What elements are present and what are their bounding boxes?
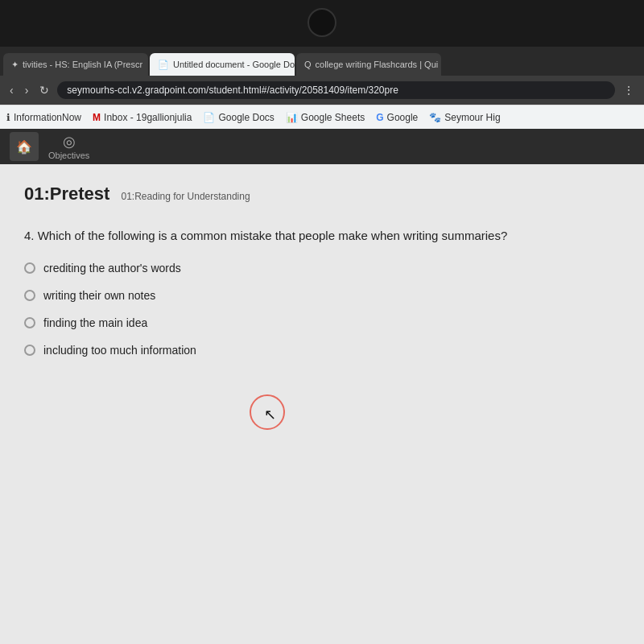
bookmark-icon-2: M — [93, 112, 101, 123]
answer-text-3: finding the main idea — [43, 316, 147, 329]
home-button[interactable]: 🏠 — [10, 132, 39, 161]
answer-text-1: crediting the author's words — [43, 262, 181, 275]
tab-label-3: college writing Flashcards | Qui — [316, 60, 439, 69]
page-content: 🏠 ◎ Objectives 01:Pretest 01:Reading for… — [0, 129, 644, 644]
bookmark-label-1: InformationNow — [14, 112, 81, 123]
objectives-icon: ◎ — [63, 133, 76, 151]
refresh-button[interactable]: ↻ — [36, 82, 52, 98]
bookmark-google-docs[interactable]: 📄 Google Docs — [203, 112, 274, 123]
tab-activities[interactable]: ✦ tivities - HS: English IA (Prescr ✕ — [3, 53, 148, 76]
home-icon: 🏠 — [16, 139, 32, 155]
bookmark-informationnow[interactable]: ℹ InformationNow — [6, 112, 81, 123]
radio-3[interactable] — [24, 317, 35, 328]
bookmark-icon-6: 🐾 — [429, 112, 441, 123]
question-text: 4. Which of the following is a common mi… — [24, 227, 620, 246]
answer-text-4: including too much information — [43, 344, 196, 357]
radio-2[interactable] — [24, 290, 35, 301]
tab-favicon-1: ✦ — [11, 60, 19, 70]
bookmark-label-3: Google Docs — [218, 112, 274, 123]
radio-1[interactable] — [24, 262, 35, 274]
objectives-button[interactable]: ◎ Objectives — [48, 133, 89, 160]
quiz-area: 01:Pretest 01:Reading for Understanding … — [0, 164, 644, 644]
tab-favicon-2: 📄 — [158, 60, 169, 70]
tab-label-1: tivities - HS: English IA (Prescr — [23, 60, 142, 69]
bookmark-icon-5: G — [376, 112, 383, 123]
bookmark-inbox[interactable]: M Inbox - 19gallionjulia — [93, 112, 192, 123]
browser-chrome: ✦ tivities - HS: English IA (Prescr ✕ 📄 … — [0, 47, 644, 129]
forward-button[interactable]: › — [22, 82, 32, 98]
address-input[interactable] — [57, 81, 615, 99]
answer-option-1[interactable]: crediting the author's words — [24, 262, 620, 275]
pretest-subtitle: 01:Reading for Understanding — [122, 191, 250, 202]
pretest-title-text: 01:Pretest — [24, 184, 109, 204]
camera-lens — [308, 8, 336, 37]
bookmark-google[interactable]: G Google — [376, 112, 418, 123]
back-button[interactable]: ‹ — [6, 82, 17, 98]
tab-google-docs[interactable]: 📄 Untitled document - Google Docs ✕ — [150, 53, 295, 76]
answer-text-2: writing their own notes — [43, 289, 155, 302]
answer-option-4[interactable]: including too much information — [24, 344, 620, 357]
bookmark-label-5: Google — [387, 112, 419, 123]
bookmark-google-sheets[interactable]: 📊 Google Sheets — [286, 112, 365, 123]
tab-quizlet[interactable]: Q college writing Flashcards | Qui ✕ — [296, 53, 441, 76]
bookmark-label-6: Seymour Hig — [444, 112, 500, 123]
tab-label-2: Untitled document - Google Docs — [173, 60, 295, 69]
bookmark-seymour[interactable]: 🐾 Seymour Hig — [429, 112, 500, 123]
bookmark-icon-1: ℹ — [6, 112, 10, 123]
bookmark-icon-3: 📄 — [203, 112, 215, 123]
extensions-button[interactable]: ⋮ — [620, 82, 638, 98]
answer-option-2[interactable]: writing their own notes — [24, 289, 620, 302]
address-bar-row: ‹ › ↻ ⋮ — [0, 76, 644, 105]
bookmark-label-4: Google Sheets — [301, 112, 365, 123]
question-body: Which of the following is a common mista… — [38, 229, 508, 242]
pretest-title: 01:Pretest 01:Reading for Understanding — [24, 184, 620, 204]
bookmarks-bar: ℹ InformationNow M Inbox - 19gallionjuli… — [0, 105, 644, 129]
answer-option-3[interactable]: finding the main idea — [24, 316, 620, 329]
tab-close-1[interactable]: ✕ — [147, 59, 148, 70]
objectives-label: Objectives — [48, 151, 89, 160]
bookmark-icon-4: 📊 — [286, 112, 298, 123]
bookmark-label-2: Inbox - 19gallionjulia — [104, 112, 192, 123]
radio-4[interactable] — [24, 345, 35, 356]
page-nav-bar: 🏠 ◎ Objectives — [0, 129, 644, 164]
question-number: 4. — [24, 229, 35, 242]
tabs-bar: ✦ tivities - HS: English IA (Prescr ✕ 📄 … — [0, 47, 644, 76]
tab-favicon-3: Q — [304, 60, 312, 69]
